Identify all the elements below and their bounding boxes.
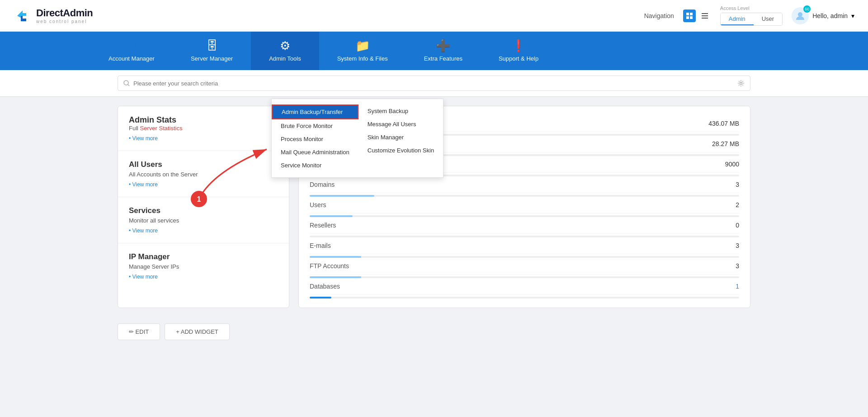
- admin-stats-desc: Full Server Statistics: [129, 125, 278, 132]
- svg-rect-8: [702, 18, 708, 19]
- nav-item-server-manager[interactable]: 🗄Server Manager: [173, 32, 251, 70]
- edit-button[interactable]: ✏ EDIT: [118, 323, 160, 340]
- stat-label: Bandwidth: [310, 140, 339, 147]
- access-level-tabs: Admin User: [720, 13, 783, 26]
- logo-icon: [14, 7, 32, 25]
- svg-point-10: [124, 81, 128, 85]
- table-row: Databases 1: [310, 278, 739, 299]
- stat-value: 28.27 MB: [712, 140, 739, 147]
- user-name: Hello, admin: [812, 12, 848, 19]
- header-right: Navigation Access Level Admin User 60 He…: [644, 5, 854, 26]
- add-widget-button[interactable]: + ADD WIDGET: [165, 323, 230, 340]
- search-input-wrapper: [118, 76, 750, 91]
- stat-value: 3: [736, 262, 739, 270]
- logo-subtitle: web control panel: [36, 19, 93, 24]
- stat-label: Users: [310, 201, 326, 208]
- table-row: Disk Space 436.07 MB: [310, 115, 739, 136]
- stat-value: 2: [736, 201, 739, 208]
- all-users-title: All Users: [129, 160, 278, 169]
- dropdown-arrow-icon: ▾: [851, 12, 854, 19]
- search-icon: [123, 80, 130, 86]
- services-section: Services Monitor all services • View mor…: [118, 197, 289, 243]
- ip-manager-view-more[interactable]: • View more: [129, 274, 278, 280]
- user-area[interactable]: 60 Hello, admin ▾: [792, 7, 854, 24]
- nav-bar: 👤Account Manager🗄Server Manager⚙Admin To…: [0, 32, 868, 70]
- svg-rect-7: [702, 15, 708, 16]
- stats-bar-container: [310, 297, 739, 299]
- services-desc: Monitor all services: [129, 217, 278, 224]
- list-view-icon[interactable]: [698, 9, 711, 22]
- stats-bar: [310, 297, 331, 299]
- server-manager-label: Server Manager: [191, 55, 233, 62]
- stat-value: 0: [736, 222, 739, 229]
- extra-features-icon: ➕: [436, 40, 450, 52]
- admin-stats-view-more[interactable]: • View more: [129, 135, 278, 142]
- access-level-label: Access Level: [720, 5, 750, 11]
- admin-tools-icon: ⚙: [280, 40, 290, 52]
- nav-item-admin-tools[interactable]: ⚙Admin Tools: [251, 32, 319, 70]
- svg-marker-1: [21, 16, 26, 21]
- content-grid: Admin Stats Full Server Statistics • Vie…: [0, 97, 868, 317]
- left-panel: Admin Stats Full Server Statistics • Vie…: [118, 106, 289, 308]
- admin-stats-title: Admin Stats: [129, 115, 278, 125]
- stat-value: 9000: [725, 161, 739, 168]
- table-row: Users 2: [310, 197, 739, 217]
- account-manager-label: Account Manager: [108, 55, 155, 62]
- search-bar-container: [0, 70, 868, 97]
- svg-rect-3: [690, 13, 693, 15]
- stat-label: E-mails: [310, 242, 331, 249]
- support-help-icon: ❗: [511, 40, 526, 52]
- svg-rect-5: [690, 16, 693, 19]
- table-row: Bandwidth 28.27 MB: [310, 136, 739, 156]
- svg-point-12: [740, 82, 742, 85]
- logo-area: DirectAdmin web control panel: [14, 7, 93, 25]
- all-users-view-more[interactable]: • View more: [129, 181, 278, 188]
- nav-item-extra-features[interactable]: ➕Extra Features: [406, 32, 481, 70]
- svg-rect-4: [686, 16, 689, 19]
- nav-item-account-manager[interactable]: 👤Account Manager: [90, 32, 173, 70]
- svg-point-9: [798, 12, 802, 17]
- admin-tools-label: Admin Tools: [269, 55, 301, 62]
- table-row: Resellers 0: [310, 217, 739, 237]
- user-tab[interactable]: User: [754, 13, 782, 25]
- stat-value: 3: [736, 181, 739, 188]
- stat-label: Databases: [310, 283, 340, 290]
- right-panel: Disk Space 436.07 MB Bandwidth 28.27 MB …: [298, 106, 750, 308]
- avatar-badge: 60: [803, 5, 811, 13]
- table-row: Inode 9000: [310, 156, 739, 176]
- system-info-icon: 📁: [355, 40, 370, 52]
- nav-item-support-help[interactable]: ❗Support & Help: [481, 32, 557, 70]
- stat-value: 1: [736, 283, 739, 290]
- grid-view-icon[interactable]: [683, 9, 696, 22]
- account-manager-icon: 👤: [124, 40, 139, 52]
- system-info-label: System Info & Files: [337, 55, 388, 62]
- stat-label: Inode: [310, 161, 326, 168]
- ip-manager-section: IP Manager Manage Server IPs • View more: [118, 243, 289, 289]
- search-input[interactable]: [133, 80, 734, 87]
- svg-rect-6: [702, 13, 708, 14]
- services-title: Services: [129, 206, 278, 215]
- bottom-buttons: ✏ EDIT + ADD WIDGET: [0, 317, 868, 346]
- ip-manager-desc: Manage Server IPs: [129, 263, 278, 270]
- settings-icon[interactable]: [737, 80, 745, 87]
- nav-item-system-info[interactable]: 📁System Info & Files: [319, 32, 406, 70]
- extra-features-label: Extra Features: [424, 55, 462, 62]
- stat-label: Domains: [310, 181, 335, 188]
- header: DirectAdmin web control panel Navigation…: [0, 0, 868, 32]
- table-row: FTP Accounts 3: [310, 258, 739, 278]
- stat-value: 436.07 MB: [708, 120, 739, 127]
- table-row: Domains 3: [310, 176, 739, 197]
- avatar: 60: [792, 7, 809, 24]
- server-stats-link[interactable]: Server Statistics: [140, 125, 183, 132]
- access-level-container: Access Level Admin User: [720, 5, 783, 26]
- svg-line-11: [128, 85, 129, 86]
- stat-label: Resellers: [310, 222, 336, 229]
- table-row: E-mails 3: [310, 237, 739, 258]
- all-users-desc: All Accounts on the Server: [129, 171, 278, 178]
- svg-rect-2: [686, 13, 689, 15]
- stat-label: Disk Space: [310, 120, 342, 127]
- stat-label: FTP Accounts: [310, 262, 349, 270]
- services-view-more[interactable]: • View more: [129, 227, 278, 234]
- admin-stats-section: Admin Stats Full Server Statistics • Vie…: [118, 106, 289, 151]
- admin-tab[interactable]: Admin: [721, 13, 754, 25]
